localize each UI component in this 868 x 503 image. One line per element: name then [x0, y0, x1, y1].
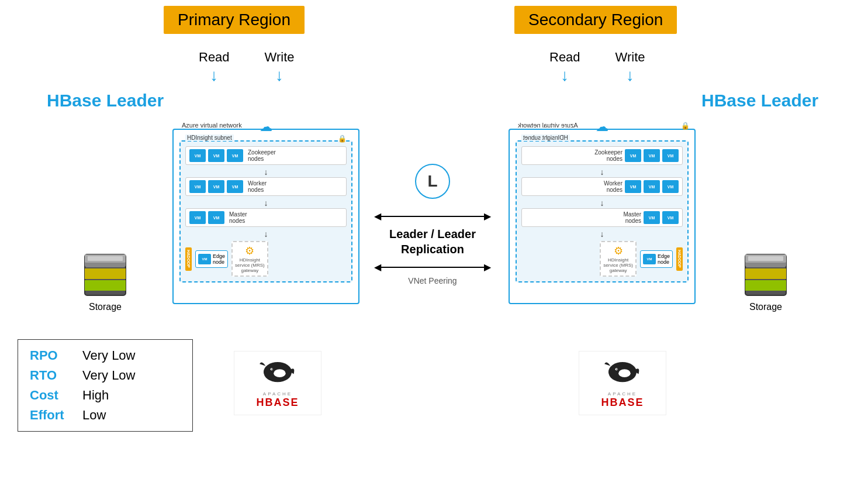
primary-orca-icon [257, 358, 298, 390]
secondary-bottom-row: HADOOP VM Edgenode ⚙ HDInsightservice (M… [521, 241, 683, 277]
primary-cloud-icon: ☁ [260, 119, 272, 135]
secondary-worker-row: VM VM VM Workernodes [521, 177, 683, 196]
primary-storage-label: Storage [89, 302, 122, 312]
secondary-wk1: VM [662, 180, 679, 193]
svg-rect-8 [745, 268, 786, 279]
secondary-mk-label: Masternodes [623, 211, 641, 224]
primary-lock-icon: 🔒 [338, 135, 347, 143]
rpo-row: RPO Very Low [30, 346, 181, 366]
primary-edge-label: Edgenode [213, 253, 225, 265]
secondary-edge-vm: VM [643, 254, 656, 264]
secondary-read-arrow-icon: ↓ [561, 67, 569, 84]
primary-gateway-label: HDInsightservice (MRS)gateway [235, 257, 265, 273]
primary-mk1: VM [189, 211, 206, 224]
cost-row: Cost High [30, 385, 181, 405]
secondary-wk-label: Workernodes [604, 180, 623, 193]
svg-point-15 [271, 368, 272, 370]
metrics-box: RPO Very Low RTO Very Low Cost High Effo… [18, 339, 193, 432]
middle-section: L ◀ ▶ Leader / LeaderReplication ◀ ▶ VNe… [374, 164, 491, 285]
primary-edge-box: VM Edgenode [195, 250, 228, 268]
secondary-rw-arrows: Read ↓ Write ↓ [549, 50, 645, 84]
primary-storage-icon [82, 252, 129, 298]
svg-rect-3 [85, 280, 126, 291]
cost-value: High [82, 388, 109, 403]
effort-key: Effort [30, 408, 71, 423]
secondary-lock-icon: 🔒 [681, 122, 690, 130]
primary-region-label: Primary Region [164, 6, 305, 34]
replication-arrow-top: ◀ ▶ [374, 211, 491, 222]
svg-point-19 [616, 368, 617, 370]
primary-azure-title: Azure virtual network [179, 122, 244, 129]
primary-mk-arrow: ↓ [185, 229, 347, 239]
secondary-mk2: VM [644, 211, 660, 224]
secondary-gateway-box: ⚙ HDInsightservice (MRS)gateway [600, 241, 637, 277]
secondary-apache-label: APACHE [608, 391, 637, 397]
primary-read-arrow: Read ↓ [199, 50, 230, 84]
secondary-edge-label: Edgenode [658, 253, 670, 265]
primary-edge-vm: VM [198, 254, 211, 264]
primary-zk2: VM [208, 149, 224, 162]
circle-L: L [415, 164, 450, 199]
primary-master-row: VM VM Masternodes [185, 208, 347, 227]
secondary-wk-arrow: ↓ [521, 198, 683, 208]
secondary-master-row: VM VM Masternodes [521, 208, 683, 227]
primary-write-arrow-icon: ↓ [275, 67, 283, 84]
primary-wk-arrow: ↓ [185, 198, 347, 208]
secondary-read-arrow: Read ↓ [549, 50, 580, 84]
secondary-region-header: Secondary Region [514, 6, 677, 34]
secondary-region-label: Secondary Region [514, 6, 677, 34]
secondary-zk3: VM [625, 149, 641, 162]
rto-row: RTO Very Low [30, 366, 181, 385]
secondary-azure-box: ☁ Azure virtual network 🔒 HDInsight subn… [509, 129, 696, 304]
primary-zk-label: Zookeepernodes [248, 149, 276, 162]
effort-value: Low [82, 408, 106, 423]
secondary-gateway-icon: ⚙ [603, 244, 633, 257]
cost-key: Cost [30, 388, 71, 403]
svg-point-17 [618, 369, 631, 377]
secondary-hbase-label: HBASE [601, 397, 644, 409]
secondary-mk-arrow: ↓ [521, 229, 683, 239]
secondary-hdinsight-box: HDInsight subnet VM VM VM Zookeepernodes… [516, 140, 689, 282]
secondary-storage-label: Storage [749, 302, 782, 312]
rto-key: RTO [30, 368, 71, 383]
primary-read-arrow-icon: ↓ [210, 67, 218, 84]
main-layout: Primary Region Secondary Region HBase Le… [0, 0, 868, 503]
primary-bottom-row: HADOOP VM Edgenode ⚙ HDInsightservice (M… [185, 241, 347, 277]
secondary-storage: Storage [742, 252, 789, 312]
secondary-zk2: VM [644, 149, 660, 162]
primary-gateway-box: ⚙ HDInsightservice (MRS)gateway [231, 241, 268, 277]
primary-wk-label: Workernodes [248, 180, 267, 193]
primary-region-header: Primary Region [164, 6, 305, 34]
vnet-arrow: ◀ ▶ [374, 261, 491, 273]
primary-rw-arrows: Read ↓ Write ↓ [199, 50, 295, 84]
primary-wk2: VM [208, 180, 224, 193]
secondary-mk1: VM [662, 211, 679, 224]
secondary-hadoop-badge: HADOOP [676, 247, 683, 271]
rpo-value: Very Low [82, 348, 136, 363]
primary-hdinsight-box: HDInsight subnet 🔒 VM VM VM Zookeepernod… [179, 140, 352, 282]
secondary-orca-icon [602, 358, 643, 390]
primary-mk2: VM [208, 211, 224, 224]
svg-rect-11 [748, 256, 783, 261]
primary-storage: Storage [82, 252, 129, 312]
svg-point-13 [274, 369, 286, 377]
replication-label: Leader / LeaderReplication [374, 226, 491, 257]
primary-zk3: VM [227, 149, 243, 162]
primary-hbase-label: HBASE [256, 397, 299, 409]
rpo-key: RPO [30, 348, 71, 363]
circle-L-container: L [374, 164, 491, 199]
primary-worker-row: VM VM VM Workernodes [185, 177, 347, 196]
primary-wk1: VM [189, 180, 206, 193]
primary-zk-arrow: ↓ [185, 167, 347, 177]
secondary-zookeeper-row: VM VM VM Zookeepernodes [521, 146, 683, 165]
svg-rect-9 [745, 280, 786, 291]
primary-zk1: VM [189, 149, 206, 162]
primary-zookeeper-row: VM VM VM Zookeepernodes [185, 146, 347, 165]
effort-row: Effort Low [30, 405, 181, 425]
secondary-hdinsight-label: HDInsight subnet [521, 135, 570, 141]
primary-gateway-icon: ⚙ [235, 244, 265, 257]
secondary-zk-label: Zookeepernodes [594, 149, 623, 162]
secondary-cloud-icon: ☁ [596, 119, 608, 135]
secondary-storage-icon [742, 252, 789, 298]
primary-hdinsight-label: HDInsight subnet [185, 135, 234, 141]
